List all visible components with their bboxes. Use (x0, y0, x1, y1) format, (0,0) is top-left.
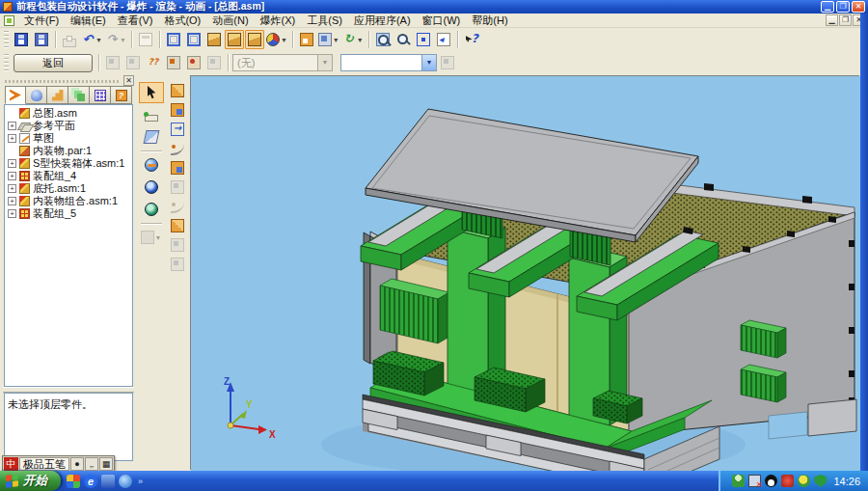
zoom-button[interactable] (393, 30, 413, 49)
visible-edges-view-button[interactable] (245, 30, 264, 49)
render-globe-button[interactable] (139, 199, 164, 220)
doc-restore-button[interactable]: ❐ (839, 14, 852, 26)
view-styles-button[interactable]: ▼ (317, 30, 340, 49)
ime-logo[interactable]: 中 (4, 457, 18, 471)
tab-library[interactable] (26, 86, 47, 104)
explode-settings-button[interactable] (204, 53, 224, 72)
undo-button[interactable]: ▼ (80, 30, 103, 49)
dropdown-arrow-icon[interactable]: ▼ (155, 234, 162, 241)
view-orientation-button[interactable] (297, 30, 316, 49)
doc-minimize-button[interactable]: ▁ (826, 14, 838, 26)
collapse-button[interactable] (168, 217, 188, 234)
ime-punct-button[interactable]: ‚‚ (85, 457, 98, 471)
expand-icon[interactable] (8, 209, 16, 218)
taskbar-clock[interactable]: 14:26 (833, 476, 860, 487)
unexplode-button[interactable] (103, 53, 122, 72)
restore-button[interactable]: ❐ (836, 1, 850, 13)
expand-icon[interactable] (8, 172, 16, 180)
tree-row[interactable]: 参考平面 (5, 120, 132, 132)
move-part-button[interactable] (168, 101, 188, 119)
color-manager-button[interactable]: ▼ (265, 30, 288, 49)
alert-icon[interactable] (781, 475, 794, 487)
paste-button[interactable] (136, 30, 155, 49)
toolbar-grip[interactable] (4, 31, 9, 48)
flow-path-button[interactable] (168, 140, 188, 157)
combo-arrow-icon[interactable]: ▼ (317, 55, 332, 70)
tab-help[interactable]: ? (111, 86, 132, 104)
menu-help[interactable]: 帮助(H) (466, 14, 513, 28)
menu-tools[interactable]: 工具(S) (301, 14, 348, 28)
chevron-icon[interactable]: » (138, 477, 143, 486)
menu-window[interactable]: 窗口(W) (417, 14, 467, 28)
measure-button[interactable] (139, 104, 164, 125)
app-shortcut-icon[interactable] (67, 475, 80, 488)
options-button[interactable] (168, 256, 188, 273)
minimize-button[interactable]: ▁ (821, 1, 834, 13)
panel-close-button[interactable]: ✕ (123, 75, 134, 86)
im-status-icon[interactable] (732, 475, 745, 487)
bind-button[interactable] (168, 178, 188, 196)
select-tool-button[interactable] (139, 82, 164, 103)
dropdown-arrow-icon[interactable]: ▼ (357, 37, 364, 43)
save-button[interactable] (12, 30, 31, 49)
animation-editor-button[interactable] (438, 53, 457, 72)
viewport[interactable]: Z Y X (190, 75, 859, 470)
dropdown-arrow-icon[interactable]: ▼ (333, 37, 339, 43)
auto-explode-tool-button[interactable] (168, 82, 188, 99)
expand-icon[interactable] (8, 134, 16, 143)
expand-icon[interactable] (8, 122, 16, 130)
settings-button[interactable] (168, 236, 188, 254)
menu-file[interactable]: 文件(F) (18, 14, 65, 28)
panel-grip[interactable]: ✕ (3, 77, 134, 85)
menu-view[interactable]: 查看(V) (112, 14, 159, 28)
menu-explode[interactable]: 爆炸(X) (255, 14, 302, 28)
title-bar[interactable]: 前程包装自动设计软件 - 爆炸 - 渲染 - 动画 - [总图.asm] ▁ ❐… (0, 0, 868, 14)
reposition-button[interactable] (168, 159, 188, 177)
start-button[interactable]: 开始 (0, 471, 61, 491)
explode-query-button[interactable] (144, 53, 163, 72)
return-button[interactable]: 返回 (14, 54, 93, 72)
explode-bind-button[interactable] (184, 53, 203, 72)
explode-config-select[interactable]: (无) ▼ (232, 54, 333, 71)
shaded-view-button[interactable] (204, 30, 224, 49)
shield-icon[interactable] (814, 475, 827, 487)
combo-arrow-icon[interactable]: ▼ (421, 55, 436, 70)
ime-mode-button[interactable]: ● (70, 457, 84, 471)
tree-row[interactable]: 装配组_5 (5, 207, 132, 220)
dropdown-arrow-icon[interactable]: ▼ (281, 37, 287, 43)
shaded-globe-button[interactable] (139, 177, 164, 198)
security-coin-icon[interactable] (798, 475, 810, 487)
auto-explode-button[interactable] (123, 53, 143, 72)
dropdown-arrow-icon[interactable]: ▼ (120, 37, 126, 43)
menu-edit[interactable]: 编辑(E) (65, 14, 112, 28)
qq-icon[interactable] (765, 475, 777, 487)
media-app-icon[interactable] (101, 475, 115, 488)
tab-layers[interactable] (68, 86, 90, 104)
menu-applications[interactable]: 应用程序(A) (348, 14, 417, 28)
ime-keyboard-button[interactable]: ▦ (99, 457, 113, 471)
camera-button[interactable]: ▼ (139, 227, 164, 248)
view-orientation-globe-button[interactable] (139, 154, 164, 176)
tab-family[interactable] (47, 86, 68, 104)
previous-view-button[interactable] (434, 30, 453, 49)
close-button[interactable]: ✕ (852, 1, 865, 13)
explode-drag-button[interactable] (164, 53, 183, 72)
menu-animation[interactable]: 动画(N) (206, 14, 254, 28)
unlink-button[interactable] (168, 198, 188, 215)
paint-style-button[interactable] (139, 126, 164, 148)
shaded-edges-view-button[interactable] (225, 30, 244, 49)
translate-button[interactable] (168, 121, 188, 138)
print-button[interactable] (60, 30, 79, 49)
tab-pathfinder[interactable] (5, 86, 26, 104)
refresh-view-button[interactable]: ▼ (341, 30, 365, 49)
internet-explorer-icon[interactable]: e (84, 475, 97, 488)
hidden-edge-view-button[interactable] (184, 30, 203, 49)
wireframe-view-button[interactable] (164, 30, 183, 49)
ime-name[interactable]: 极品五笔 (19, 457, 69, 471)
tab-sensors[interactable] (90, 86, 111, 104)
select-help-button[interactable] (462, 30, 481, 49)
dropdown-arrow-icon[interactable]: ▼ (95, 37, 102, 43)
expand-icon[interactable] (8, 159, 16, 168)
zoom-area-button[interactable] (373, 30, 393, 49)
toolbar-grip[interactable] (4, 54, 9, 71)
